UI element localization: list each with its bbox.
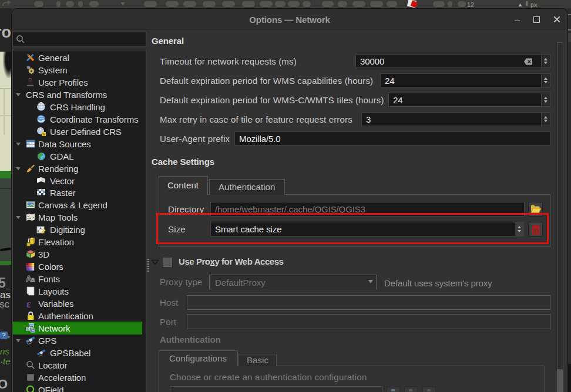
svg-text:ε: ε [26, 299, 31, 308]
svg-text:a: a [31, 276, 35, 283]
